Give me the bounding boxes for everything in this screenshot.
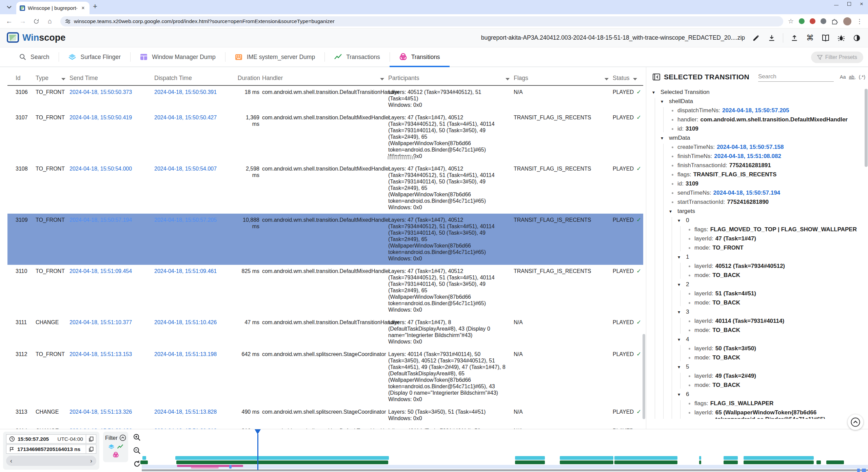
timeline-segment[interactable] [724,460,738,464]
cell-send[interactable]: 2024-04-18, 15:51:13.153 [70,348,154,406]
panel-vertical-scrollbar[interactable] [865,89,868,167]
scroll-right-icon[interactable]: › [90,457,92,465]
chevron-down-icon[interactable]: ▾ [678,281,684,288]
timeline-segment[interactable] [176,460,388,464]
table-row[interactable]: 3112TO_FRONT2024-04-18, 15:51:13.1532024… [7,348,643,406]
timeline-segment[interactable] [560,460,613,464]
tree-group-row[interactable]: ▾shellData [661,98,865,105]
tree-group-row[interactable]: ▾Selected Transition [652,89,865,96]
timestamp-ns-field[interactable]: 1713469857205164013 ns [6,445,86,454]
bookmark-star-icon[interactable]: ☆ [788,17,794,25]
layers-icon[interactable] [108,444,115,450]
url-text[interactable]: winscope.teams.x20web.corp.google.com/pr… [74,18,335,24]
extensions-puzzle-icon[interactable] [831,18,838,25]
match-regex-toggle[interactable]: (.*) [859,74,865,80]
column-drag-handle[interactable] [388,156,415,159]
timeline-segment[interactable] [560,456,613,460]
profile-avatar[interactable] [843,17,851,25]
chevron-down-icon[interactable]: ▾ [652,89,658,96]
tab-surface-flinger[interactable]: Surface Flinger [59,47,130,66]
dark-mode-icon[interactable] [852,34,861,42]
filter-arrow-icon[interactable] [633,78,637,80]
home-icon[interactable]: ⌂ [44,16,56,27]
collapse-filter-icon[interactable] [119,434,126,442]
zoom-out-button[interactable] [132,446,142,455]
extension-icon-green[interactable] [799,18,805,24]
tab-search[interactable]: Search [9,47,59,66]
chevron-down-icon[interactable]: ▾ [669,208,675,215]
col-header-flags[interactable]: Flags [514,75,613,85]
timeline-segment[interactable] [515,456,545,460]
window-close-icon[interactable]: × [860,2,863,6]
cell-dispatch[interactable]: 2024-04-18, 15:50:57.205 [154,214,239,265]
back-icon[interactable]: ← [3,16,15,27]
transitions-track-bed[interactable] [142,465,868,469]
chevron-down-icon[interactable]: ▾ [678,254,684,260]
tab-ime-dump[interactable]: IME system_server Dump [225,47,324,66]
table-row[interactable]: 3107TO_FRONT2024-04-18, 15:50:50.4192024… [7,111,643,162]
timeline-segment[interactable] [614,460,677,464]
chart-icon[interactable] [117,444,123,450]
col-header-status[interactable]: Status [613,75,643,85]
timeline-segment[interactable] [142,456,146,460]
window-maximize-icon[interactable] [847,2,851,6]
cell-send[interactable]: 2024-04-18, 15:51:20.186 [70,425,154,429]
browser-menu-icon[interactable]: ⋮ [856,18,863,25]
cell-dispatch[interactable]: 2024-04-18, 15:51:13.198 [154,348,239,406]
timeline-segment[interactable] [699,460,701,464]
copy-ns-button[interactable] [86,445,96,454]
tree-group-row[interactable]: ▾wmData [661,135,865,141]
window-minimize-icon[interactable] [834,5,839,5]
properties-search-input[interactable] [758,72,834,81]
tree-group-row[interactable]: ▾0 [678,217,865,224]
cell-send[interactable]: 2024-04-18, 15:50:50.419 [70,111,154,162]
col-header-handler[interactable]: Handler [262,75,388,85]
transitions-icon[interactable] [113,452,119,458]
chevron-down-icon[interactable]: ▾ [678,363,684,370]
tree-group-row[interactable]: ▾3 [678,309,865,315]
tree-group-row[interactable]: ▾2 [678,281,865,288]
timeline-cursor[interactable] [257,434,258,470]
new-tab-icon[interactable]: + [93,2,97,11]
site-settings-icon[interactable] [65,19,71,24]
col-header-dispatch-time[interactable]: Dispatch Time [154,75,239,85]
chevron-down-icon[interactable]: ▾ [678,217,684,224]
upload-icon[interactable] [790,34,799,42]
timeline-segment[interactable] [515,460,545,464]
table-row[interactable]: 3109TO_FRONT2024-04-18, 15:50:57.1942024… [7,214,643,265]
scroll-to-top-button[interactable] [848,414,863,430]
download-icon[interactable] [767,34,776,42]
cell-dispatch[interactable]: 2024-04-18, 15:50:50.427 [154,111,239,162]
timeline-segment[interactable] [140,460,148,464]
timeline-segment[interactable] [744,456,814,460]
match-case-toggle[interactable]: Aa [840,74,846,80]
timeline-segment[interactable] [744,460,814,464]
tab-transitions[interactable]: Transitions [390,47,450,66]
cell-dispatch[interactable]: 2024-04-18, 15:51:13.828 [154,406,239,425]
timeline-segment[interactable] [229,465,232,469]
tab-transactions[interactable]: Transactions [324,47,390,66]
property-value[interactable]: 2024-04-18, 15:51:08.082 [714,153,865,160]
timeline-tracks[interactable] [142,429,868,472]
chevron-down-icon[interactable]: ▾ [678,391,684,398]
tab-search-icon[interactable] [4,2,14,12]
chevron-down-icon[interactable]: ▾ [678,309,684,315]
zoom-in-button[interactable] [132,433,142,442]
cell-dispatch[interactable]: 2024-04-18, 15:51:20.212 [154,425,239,429]
edit-icon[interactable] [752,34,761,42]
documentation-icon[interactable] [821,34,830,42]
cell-dispatch[interactable]: 2024-04-18, 15:50:50.391 [154,86,239,111]
timeline-segment[interactable] [614,456,677,460]
browser-tab[interactable]: Winscope | bugreport-ak × [16,2,90,14]
cell-dispatch[interactable]: 2024-04-18, 15:50:54.007 [154,162,239,214]
filter-presets-button[interactable]: Filter Presets [811,52,863,63]
report-bug-icon[interactable] [837,34,846,42]
col-header-participants[interactable]: Participants [388,75,514,85]
tree-group-row[interactable]: ▾targets [669,208,865,215]
extension-icon-gray[interactable] [821,18,826,24]
reload-icon[interactable] [31,16,42,27]
filter-arrow-icon[interactable] [605,78,609,80]
match-word-toggle[interactable]: ab, [849,74,855,80]
address-bar[interactable]: winscope.teams.x20web.corp.google.com/pr… [60,16,783,26]
cell-send[interactable]: 2024-04-18, 15:51:09.454 [70,265,154,316]
